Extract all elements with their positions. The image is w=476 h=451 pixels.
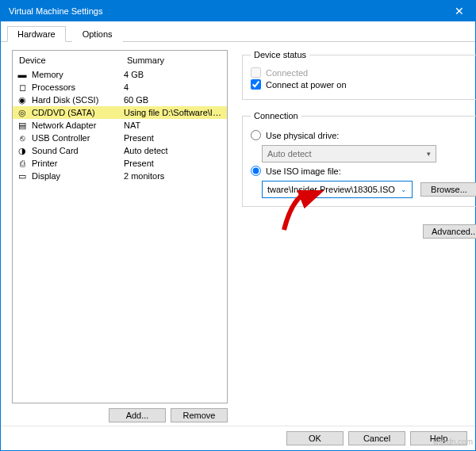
add-button[interactable]: Add... bbox=[109, 408, 166, 422]
watermark: wsxdn.com bbox=[433, 438, 473, 446]
device-name: Printer bbox=[32, 159, 124, 168]
device-summary: 4 bbox=[124, 82, 224, 92]
device-row[interactable]: ⎙PrinterPresent bbox=[13, 157, 227, 170]
column-device[interactable]: Device bbox=[19, 55, 127, 65]
device-summary: Auto detect bbox=[124, 146, 224, 155]
device-list-header: Device Summary bbox=[13, 52, 227, 68]
device-list[interactable]: Device Summary ▬Memory4 GB◻Processors4◉H… bbox=[12, 50, 228, 403]
device-summary: Present bbox=[124, 133, 224, 143]
device-summary: Present bbox=[124, 159, 224, 168]
connected-checkbox-row[interactable]: Connected bbox=[251, 67, 476, 78]
device-row[interactable]: ◑Sound CardAuto detect bbox=[13, 144, 227, 157]
tab-strip: Hardware Options bbox=[1, 26, 475, 42]
physical-drive-combo: Auto detect ▾ bbox=[262, 145, 436, 162]
device-name: Sound Card bbox=[32, 146, 124, 155]
close-button[interactable]: ✕ bbox=[443, 1, 475, 21]
use-physical-drive-radio[interactable] bbox=[251, 130, 261, 140]
device-name: Hard Disk (SCSI) bbox=[32, 95, 124, 105]
connection-legend: Connection bbox=[251, 111, 301, 120]
column-summary[interactable]: Summary bbox=[127, 55, 221, 65]
device-row[interactable]: ▬Memory4 GB bbox=[13, 68, 227, 81]
connect-at-poweron-label: Connect at power on bbox=[266, 80, 347, 90]
cd-icon: ◎ bbox=[16, 107, 29, 118]
device-row[interactable]: ◻Processors4 bbox=[13, 81, 227, 94]
device-name: Processors bbox=[32, 82, 124, 92]
window-title: Virtual Machine Settings bbox=[9, 6, 102, 16]
device-name: CD/DVD (SATA) bbox=[32, 108, 124, 117]
connect-at-poweron-checkbox[interactable] bbox=[251, 79, 261, 90]
device-row[interactable]: ▤Network AdapterNAT bbox=[13, 119, 227, 132]
ok-button[interactable]: OK bbox=[286, 431, 344, 445]
use-iso-label: Use ISO image file: bbox=[266, 166, 341, 176]
use-iso-row[interactable]: Use ISO image file: bbox=[251, 166, 476, 176]
connection-group: Connection Use physical drive: Auto dete… bbox=[242, 111, 476, 207]
device-row[interactable]: ⎋USB ControllerPresent bbox=[13, 132, 227, 144]
tab-hardware[interactable]: Hardware bbox=[7, 26, 66, 42]
display-icon: ▭ bbox=[16, 170, 29, 182]
device-row[interactable]: ◉Hard Disk (SCSI)60 GB bbox=[13, 94, 227, 106]
dialog-footer: OK Cancel Help bbox=[1, 426, 475, 450]
physical-drive-value: Auto detect bbox=[267, 149, 312, 159]
use-iso-radio[interactable] bbox=[251, 166, 261, 176]
sound-icon: ◑ bbox=[16, 145, 29, 156]
tab-options[interactable]: Options bbox=[72, 26, 123, 42]
device-name: Network Adapter bbox=[32, 120, 124, 130]
network-icon: ▤ bbox=[16, 120, 29, 131]
advanced-button[interactable]: Advanced... bbox=[423, 224, 476, 239]
iso-path-combo[interactable]: tware\Insider Preview\18305.ISO ⌄ bbox=[262, 181, 413, 198]
browse-button[interactable]: Browse... bbox=[420, 182, 476, 197]
memory-icon: ▬ bbox=[16, 69, 29, 80]
chevron-down-icon: ▾ bbox=[427, 150, 431, 158]
device-row[interactable]: ▭Display2 monitors bbox=[13, 170, 227, 182]
title-bar: Virtual Machine Settings ✕ bbox=[1, 1, 475, 21]
device-summary: NAT bbox=[124, 120, 224, 130]
device-name: Memory bbox=[32, 70, 124, 79]
printer-icon: ⎙ bbox=[16, 158, 29, 169]
connect-at-poweron-row[interactable]: Connect at power on bbox=[251, 79, 476, 90]
device-name: USB Controller bbox=[32, 133, 124, 143]
device-status-legend: Device status bbox=[251, 50, 309, 59]
usb-icon: ⎋ bbox=[16, 132, 29, 143]
device-row[interactable]: ◎CD/DVD (SATA)Using file D:\Software\Ins… bbox=[13, 106, 227, 119]
chevron-down-icon: ⌄ bbox=[401, 185, 407, 193]
use-physical-drive-row[interactable]: Use physical drive: bbox=[251, 130, 476, 140]
device-summary: 60 GB bbox=[124, 95, 224, 105]
cancel-button[interactable]: Cancel bbox=[348, 431, 405, 445]
device-summary: Using file D:\Software\Insider ... bbox=[124, 108, 224, 117]
close-icon: ✕ bbox=[455, 5, 464, 17]
connected-label: Connected bbox=[266, 68, 308, 78]
device-summary: 2 monitors bbox=[124, 171, 224, 181]
use-physical-drive-label: Use physical drive: bbox=[266, 131, 339, 140]
iso-path-value: tware\Insider Preview\18305.ISO bbox=[267, 185, 395, 194]
remove-button[interactable]: Remove bbox=[171, 408, 228, 422]
device-summary: 4 GB bbox=[124, 70, 224, 79]
device-status-group: Device status Connected Connect at power… bbox=[242, 50, 476, 100]
connected-checkbox bbox=[251, 67, 261, 78]
device-name: Display bbox=[32, 171, 124, 181]
cpu-icon: ◻ bbox=[16, 82, 29, 93]
disk-icon: ◉ bbox=[16, 94, 29, 105]
